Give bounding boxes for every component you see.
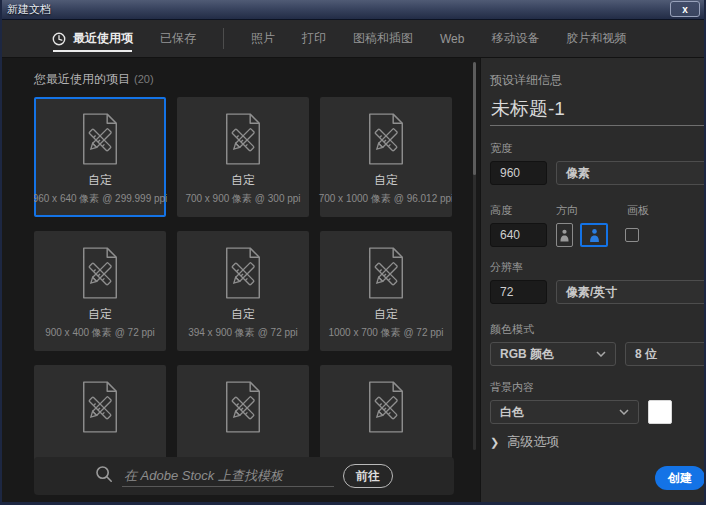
card-title: 自定 bbox=[231, 172, 255, 189]
height-input[interactable] bbox=[490, 223, 547, 247]
recent-template-card[interactable]: 自定 900 x 400 像素 @ 72 ppi bbox=[34, 231, 166, 351]
document-template-icon bbox=[221, 380, 265, 434]
clock-icon bbox=[52, 32, 66, 46]
tab-category-7[interactable]: 胶片和视频 bbox=[566, 20, 626, 57]
resolution-unit-value: 像素/英寸 bbox=[566, 284, 617, 301]
background-dropdown[interactable]: 白色 bbox=[490, 400, 639, 424]
tab-label: 打印 bbox=[302, 30, 326, 47]
document-template-icon bbox=[364, 380, 408, 434]
artboard-checkbox[interactable] bbox=[625, 228, 639, 242]
chevron-right-icon: ❯ bbox=[490, 436, 499, 449]
create-button[interactable]: 创建 bbox=[655, 466, 705, 490]
titlebar[interactable]: 新建文档 x bbox=[2, 0, 704, 20]
dialog-action-buttons: 创建 关闭 bbox=[655, 466, 706, 490]
tab-category-1[interactable]: 已保存 bbox=[160, 20, 196, 57]
recent-panel-scrollbar[interactable] bbox=[473, 62, 476, 450]
tab-label: 最近使用项 bbox=[73, 30, 133, 47]
window-title: 新建文档 bbox=[2, 2, 51, 17]
preset-details-panel: 预设详细信息 宽度 像素 bbox=[480, 58, 706, 502]
tab-category-4[interactable]: 图稿和插图 bbox=[353, 20, 413, 57]
tab-web[interactable]: Web bbox=[440, 20, 464, 57]
artboard-label: 画板 bbox=[627, 203, 649, 218]
orientation-landscape-button[interactable] bbox=[580, 223, 608, 247]
chevron-down-icon bbox=[588, 351, 606, 357]
preset-details-heading: 预设详细信息 bbox=[490, 72, 706, 89]
recent-templates-grid: 自定 960 x 640 像素 @ 299.999 ppi 自定 700 x 9… bbox=[34, 97, 452, 487]
tab-label: 已保存 bbox=[160, 30, 196, 47]
document-name-input[interactable] bbox=[490, 98, 706, 126]
color-mode-label: 颜色模式 bbox=[490, 322, 706, 337]
card-title: 自定 bbox=[88, 172, 112, 189]
document-template-icon bbox=[364, 112, 408, 166]
tab-label: Web bbox=[440, 32, 464, 46]
color-mode-value: RGB 颜色 bbox=[500, 346, 554, 363]
background-row: 白色 bbox=[490, 400, 706, 424]
tab-category-6[interactable]: 移动设备 bbox=[491, 20, 539, 57]
preset-category-tabbar: 最近使用项 已保存 照片 打印 图稿和插图 Web 移动设备 胶片和视频 bbox=[2, 20, 704, 58]
new-document-dialog: 新建文档 x 最近使用项 已保存 照片 打印 图稿和插图 Web 移动设备 胶片… bbox=[0, 0, 706, 505]
card-dimensions: 700 x 900 像素 @ 300 ppi bbox=[185, 192, 300, 206]
tab-divider bbox=[223, 28, 224, 49]
resolution-row: 像素/英寸 bbox=[490, 280, 706, 304]
tab-category-2[interactable]: 照片 bbox=[251, 20, 275, 57]
scrollbar-thumb[interactable] bbox=[473, 62, 476, 175]
color-mode-dropdown[interactable]: RGB 颜色 bbox=[490, 342, 616, 366]
orientation-portrait-button[interactable] bbox=[556, 223, 573, 247]
advanced-options-toggle[interactable]: ❯ 高级选项 bbox=[490, 433, 706, 451]
adobe-stock-searchbar: 前往 bbox=[34, 457, 454, 495]
recent-template-card[interactable]: 自定 700 x 900 像素 @ 300 ppi bbox=[177, 97, 309, 217]
width-label: 宽度 bbox=[490, 141, 706, 156]
document-template-icon bbox=[78, 246, 122, 300]
card-title: 自定 bbox=[88, 306, 112, 323]
background-color-swatch[interactable] bbox=[648, 400, 672, 424]
document-name-row bbox=[490, 98, 706, 126]
search-icon bbox=[95, 465, 113, 487]
stock-go-button[interactable]: 前往 bbox=[343, 464, 393, 488]
card-title: 自定 bbox=[374, 172, 398, 189]
tab-category-3[interactable]: 打印 bbox=[302, 20, 326, 57]
document-template-icon bbox=[78, 380, 122, 434]
recent-template-card[interactable]: 自定 700 x 1000 像素 @ 96.012 ppi bbox=[320, 97, 452, 217]
bit-depth-value: 8 位 bbox=[635, 346, 657, 363]
width-input[interactable] bbox=[490, 161, 547, 185]
card-dimensions: 960 x 640 像素 @ 299.999 ppi bbox=[34, 192, 167, 206]
tab-category-0[interactable]: 最近使用项 bbox=[52, 20, 133, 57]
card-title: 自定 bbox=[374, 306, 398, 323]
recent-template-card[interactable]: 自定 1000 x 700 像素 @ 72 ppi bbox=[320, 231, 452, 351]
card-title: 自定 bbox=[231, 306, 255, 323]
recent-items-count: (20) bbox=[134, 73, 154, 85]
card-dimensions: 394 x 900 像素 @ 72 ppi bbox=[188, 326, 298, 340]
width-row: 像素 bbox=[490, 161, 706, 185]
height-label: 高度 bbox=[490, 203, 556, 218]
chevron-down-icon bbox=[611, 409, 629, 415]
advanced-options-label: 高级选项 bbox=[507, 433, 559, 451]
document-template-icon bbox=[221, 246, 265, 300]
recent-items-heading: 您最近使用的项目(20) bbox=[34, 71, 154, 88]
orientation-label: 方向 bbox=[556, 203, 627, 218]
tab-label: 胶片和视频 bbox=[566, 30, 626, 47]
dialog-body: 您最近使用的项目(20) 自定 960 x 640 像素 @ 299.999 p… bbox=[2, 58, 704, 502]
document-template-icon bbox=[364, 246, 408, 300]
background-label: 背景内容 bbox=[490, 380, 706, 395]
recent-items-heading-text: 您最近使用的项目 bbox=[34, 72, 130, 86]
width-unit-dropdown[interactable]: 像素 bbox=[556, 161, 706, 185]
window-close-button[interactable]: x bbox=[670, 1, 700, 17]
height-orientation-labels: 高度 方向 画板 bbox=[490, 203, 706, 218]
card-dimensions: 700 x 1000 像素 @ 96.012 ppi bbox=[319, 192, 452, 206]
card-dimensions: 1000 x 700 像素 @ 72 ppi bbox=[328, 326, 443, 340]
resolution-input[interactable] bbox=[490, 280, 547, 304]
tab-label: 照片 bbox=[251, 30, 275, 47]
resolution-unit-dropdown[interactable]: 像素/英寸 bbox=[556, 280, 706, 304]
document-template-icon bbox=[78, 112, 122, 166]
color-mode-row: RGB 颜色 8 位 bbox=[490, 342, 706, 366]
tab-label: 移动设备 bbox=[491, 30, 539, 47]
width-unit-value: 像素 bbox=[566, 165, 590, 182]
recent-template-card[interactable]: 自定 394 x 900 像素 @ 72 ppi bbox=[177, 231, 309, 351]
card-dimensions: 900 x 400 像素 @ 72 ppi bbox=[45, 326, 155, 340]
recent-template-card[interactable]: 自定 960 x 640 像素 @ 299.999 ppi bbox=[34, 97, 166, 217]
resolution-label: 分辨率 bbox=[490, 260, 706, 275]
tab-label: 图稿和插图 bbox=[353, 30, 413, 47]
bit-depth-dropdown[interactable]: 8 位 bbox=[625, 342, 706, 366]
stock-search-input[interactable] bbox=[122, 466, 334, 487]
background-value: 白色 bbox=[500, 404, 524, 421]
